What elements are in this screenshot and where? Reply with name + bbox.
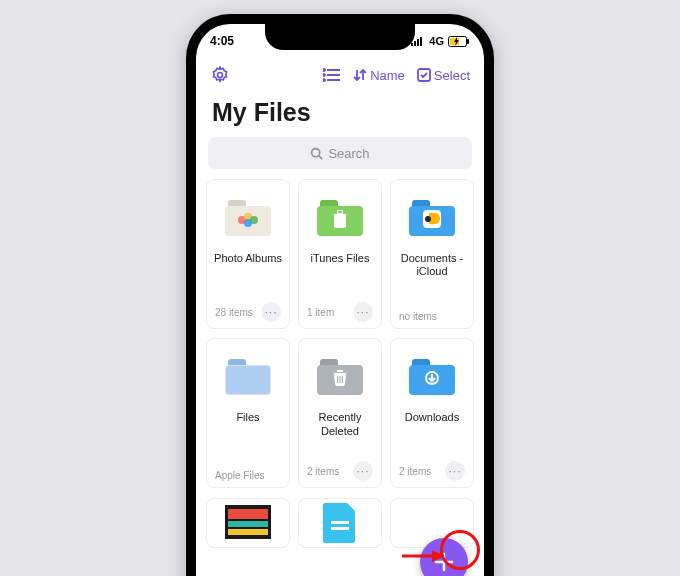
tile-label: Documents - iCloud: [397, 252, 467, 278]
tile-count: Apple Files: [215, 470, 264, 481]
more-button[interactable]: ···: [353, 302, 373, 322]
svg-rect-0: [411, 43, 413, 46]
thumbnail-icon: [225, 503, 271, 541]
notch: [265, 24, 415, 50]
tile-count: no items: [399, 311, 437, 322]
search-input[interactable]: Search: [208, 137, 472, 169]
search-placeholder: Search: [328, 146, 369, 161]
svg-point-7: [218, 73, 223, 78]
tile-label: Recently Deleted: [305, 411, 375, 437]
more-button[interactable]: ···: [445, 461, 465, 481]
battery-icon: [448, 36, 470, 47]
settings-button[interactable]: [210, 65, 230, 85]
callout-arrow-icon: [400, 548, 444, 564]
page-title: My Files: [196, 92, 484, 137]
svg-point-15: [312, 148, 320, 156]
svg-rect-30: [228, 521, 268, 527]
svg-rect-5: [467, 39, 469, 44]
callout-circle: [440, 530, 480, 570]
sort-button[interactable]: Name: [353, 68, 405, 83]
status-network: 4G: [429, 35, 444, 47]
svg-point-13: [323, 79, 325, 81]
status-time: 4:05: [210, 34, 234, 48]
folder-documents-icon: [409, 188, 455, 248]
tile-count: 1 item: [307, 307, 334, 318]
svg-rect-24: [337, 376, 338, 383]
checkbox-icon: [417, 68, 431, 82]
svg-line-16: [319, 155, 322, 158]
tile-photo-albums[interactable]: Photo Albums 28 items···: [206, 179, 290, 329]
view-mode-button[interactable]: [323, 68, 341, 82]
tile-files[interactable]: Files Apple Files: [206, 338, 290, 488]
select-button[interactable]: Select: [417, 68, 470, 83]
svg-rect-26: [342, 376, 343, 383]
tile-count: 2 items: [307, 466, 339, 477]
tile-itunes-files[interactable]: iTunes Files 1 item···: [298, 179, 382, 329]
tile-partial-1[interactable]: [206, 498, 290, 548]
folder-downloads-icon: [409, 347, 455, 407]
tile-count: 2 items: [399, 466, 431, 477]
more-button[interactable]: ···: [261, 302, 281, 322]
svg-rect-1: [414, 41, 416, 46]
tile-recently-deleted[interactable]: Recently Deleted 2 items···: [298, 338, 382, 488]
phone-frame: 4:05 4G Name Sel: [186, 14, 494, 576]
tile-label: Photo Albums: [214, 252, 282, 278]
list-icon: [323, 68, 341, 82]
tile-documents-icloud[interactable]: Documents - iCloud no items: [390, 179, 474, 329]
svg-rect-21: [338, 211, 342, 213]
tile-downloads[interactable]: Downloads 2 items···: [390, 338, 474, 488]
folder-trash-icon: [317, 347, 363, 407]
tile-label: Files: [236, 411, 259, 437]
search-icon: [310, 147, 323, 160]
tile-partial-2[interactable]: [298, 498, 382, 548]
gear-icon: [210, 65, 230, 85]
select-label: Select: [434, 68, 470, 83]
svg-point-12: [323, 74, 325, 76]
svg-rect-25: [339, 376, 340, 383]
sort-label: Name: [370, 68, 405, 83]
more-button[interactable]: ···: [353, 461, 373, 481]
svg-rect-29: [228, 509, 268, 519]
tile-label: Downloads: [405, 411, 459, 437]
folder-files-icon: [225, 347, 271, 407]
file-grid: Photo Albums 28 items··· iTunes Files 1 …: [196, 169, 484, 549]
svg-point-23: [425, 216, 431, 222]
screen: 4:05 4G Name Sel: [196, 24, 484, 576]
svg-rect-31: [228, 529, 268, 535]
toolbar: Name Select: [196, 58, 484, 92]
folder-photo-albums-icon: [225, 188, 271, 248]
svg-rect-3: [420, 37, 422, 46]
svg-rect-2: [417, 39, 419, 46]
folder-itunes-icon: [317, 188, 363, 248]
svg-rect-32: [331, 521, 349, 524]
sort-icon: [353, 68, 367, 82]
status-indicators: 4G: [411, 35, 470, 47]
tile-label: iTunes Files: [311, 252, 370, 278]
svg-point-20: [244, 219, 252, 227]
svg-rect-33: [331, 527, 349, 530]
file-icon: [323, 503, 357, 543]
tile-count: 28 items: [215, 307, 253, 318]
svg-point-11: [323, 69, 325, 71]
